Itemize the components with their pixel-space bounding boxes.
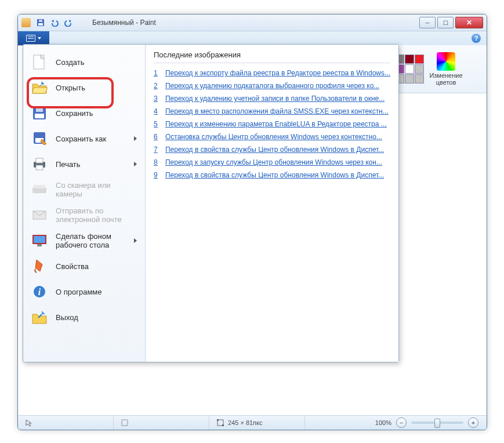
save-button[interactable] xyxy=(34,16,47,29)
info-icon: i xyxy=(31,284,48,300)
recent-label: Переход в свойства службы Центр обновлен… xyxy=(165,171,384,179)
selection-icon xyxy=(121,419,129,427)
color-swatch[interactable] xyxy=(415,55,424,64)
file-tab[interactable] xyxy=(18,31,49,45)
undo-button[interactable] xyxy=(48,16,61,29)
svg-rect-11 xyxy=(36,165,43,170)
svg-text:i: i xyxy=(38,287,41,297)
close-button[interactable]: ✕ xyxy=(455,17,483,28)
zoom-controls: 100% − + xyxy=(367,417,487,428)
menu-item-set-wallpaper[interactable]: Сделать фоном рабочего стола xyxy=(23,228,145,253)
email-icon xyxy=(31,207,48,223)
submenu-arrow-icon xyxy=(134,136,137,141)
canvas-icon xyxy=(216,419,224,427)
save-icon xyxy=(31,105,48,121)
maximize-button[interactable]: ☐ xyxy=(437,17,454,28)
color-swatch[interactable] xyxy=(405,55,414,64)
recent-label: Переход к удалению учетной записи в папк… xyxy=(165,95,385,103)
recent-file-item[interactable]: 9Переход в свойства службы Центр обновле… xyxy=(154,169,390,181)
zoom-out-button[interactable]: − xyxy=(396,417,407,428)
recent-label: Переход к изменению параметра EnableLUA … xyxy=(165,120,387,128)
recent-file-item[interactable]: 2Переход к удалению подкаталога выбранно… xyxy=(154,79,390,92)
menu-item-exit[interactable]: Выход xyxy=(23,304,145,330)
color-swatch[interactable] xyxy=(405,74,414,83)
svg-rect-16 xyxy=(34,236,45,243)
quick-access-toolbar xyxy=(34,16,75,29)
svg-rect-5 xyxy=(35,114,44,118)
recent-index: 7 xyxy=(154,146,161,154)
recent-header: Последние изображения xyxy=(154,50,390,63)
edit-colors-label: Изменение цветов xyxy=(429,72,463,86)
minimize-button[interactable]: ─ xyxy=(419,17,436,28)
menu-label: Сделать фоном рабочего стола xyxy=(56,232,126,249)
svg-rect-10 xyxy=(36,158,43,163)
submenu-arrow-icon xyxy=(134,162,137,166)
menu-item-properties[interactable]: Свойства xyxy=(23,253,145,279)
recent-file-item[interactable]: 4Переход в место расположения файла SMSS… xyxy=(154,105,390,118)
chevron-down-icon xyxy=(38,37,41,39)
recent-index: 3 xyxy=(154,95,161,103)
recent-file-item[interactable]: 8Переход к запуску службы Центр обновлен… xyxy=(154,156,390,169)
window-controls: ─ ☐ ✕ xyxy=(419,17,483,28)
recent-files-panel: Последние изображения 1Переход к экспорт… xyxy=(145,45,398,362)
color-swatch[interactable] xyxy=(405,64,414,74)
dimensions-text: 245 × 81пкс xyxy=(228,419,263,426)
zoom-in-button[interactable]: + xyxy=(468,417,478,428)
edit-colors-button[interactable]: Изменение цветов xyxy=(429,52,463,86)
recent-file-item[interactable]: 1Переход к экспорту файла реестра в Реда… xyxy=(154,67,390,79)
recent-file-item[interactable]: 7Переход в свойства службы Центр обновле… xyxy=(154,143,390,156)
recent-label: Переход к запуску службы Центр обновлени… xyxy=(165,158,382,166)
menu-item-new[interactable]: Создать xyxy=(23,49,145,75)
color-swatch[interactable] xyxy=(415,74,424,83)
file-menu-icon xyxy=(26,35,35,42)
zoom-slider[interactable] xyxy=(411,422,463,424)
open-folder-icon xyxy=(31,79,48,96)
save-as-icon xyxy=(31,130,48,147)
menu-item-scanner: Со сканера или камеры xyxy=(23,177,145,202)
menu-label: Со сканера или камеры xyxy=(56,181,137,198)
recent-file-item[interactable]: 3Переход к удалению учетной записи в пап… xyxy=(154,92,390,105)
recent-file-item[interactable]: 5Переход к изменению параметра EnableLUA… xyxy=(154,118,390,130)
svg-rect-20 xyxy=(122,420,128,426)
svg-rect-22 xyxy=(217,419,219,421)
color-swatch[interactable] xyxy=(415,64,424,74)
printer-icon xyxy=(31,156,48,172)
file-menu-items: Создать Открыть Сохранить Сохранить как … xyxy=(23,45,145,362)
menu-label: Сохранить xyxy=(56,109,93,118)
recent-label: Переход к экспорту файла реестра в Редак… xyxy=(165,69,390,77)
zoom-level: 100% xyxy=(375,419,391,426)
menu-item-save[interactable]: Сохранить xyxy=(23,100,145,126)
recent-index: 5 xyxy=(154,120,161,128)
menu-item-about[interactable]: i О программе xyxy=(23,279,145,304)
recent-label: Остановка службы Центр обновления Window… xyxy=(165,133,382,141)
menu-item-open[interactable]: Открыть xyxy=(23,75,145,100)
menu-label: Сохранить как xyxy=(56,135,106,143)
svg-rect-13 xyxy=(34,185,45,188)
cursor-icon xyxy=(25,419,33,427)
menu-label: Создать xyxy=(56,58,84,67)
recent-index: 2 xyxy=(154,82,161,90)
status-spacer xyxy=(305,416,367,430)
recent-index: 8 xyxy=(154,158,161,166)
selection-size xyxy=(114,416,209,430)
recent-index: 1 xyxy=(154,69,161,77)
new-file-icon xyxy=(31,54,48,70)
menu-item-print[interactable]: Печать xyxy=(23,151,145,177)
redo-button[interactable] xyxy=(62,16,75,29)
recent-file-item[interactable]: 6Остановка службы Центр обновления Windo… xyxy=(154,130,390,143)
help-icon[interactable]: ? xyxy=(472,34,481,43)
titlebar: Безымянный - Paint ─ ☐ ✕ xyxy=(18,14,487,31)
recent-label: Переход в свойства службы Центр обновлен… xyxy=(165,146,384,154)
recent-index: 6 xyxy=(154,133,161,141)
recent-label: Переход к удалению подкаталога выбранног… xyxy=(165,82,379,90)
menu-item-save-as[interactable]: Сохранить как xyxy=(23,126,145,151)
menu-label: Свойства xyxy=(56,262,89,271)
recent-files-list: 1Переход к экспорту файла реестра в Реда… xyxy=(154,67,390,181)
window-title: Безымянный - Paint xyxy=(92,19,156,27)
menu-item-email: Отправить по электронной почте xyxy=(23,202,145,228)
svg-rect-2 xyxy=(39,20,42,22)
svg-rect-17 xyxy=(37,244,42,246)
cursor-position xyxy=(18,416,114,430)
exit-icon xyxy=(31,309,48,325)
color-wheel-icon xyxy=(437,52,455,71)
